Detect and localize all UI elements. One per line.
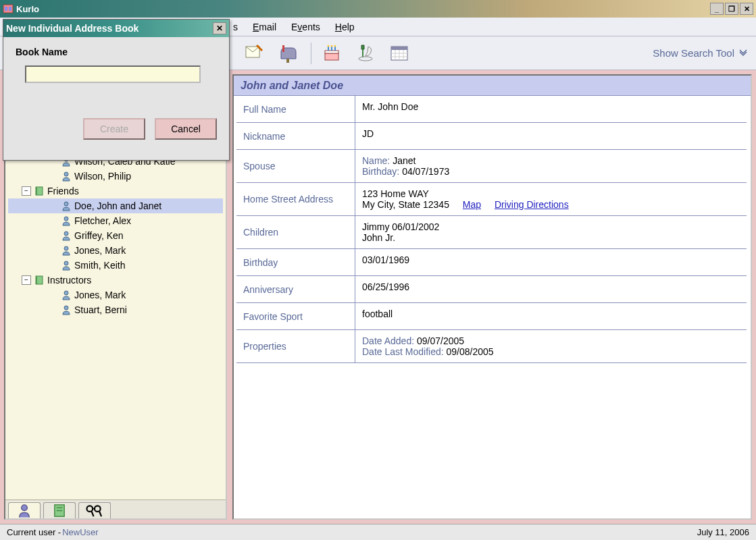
show-search-tool-button[interactable]: Show Search Tool [653, 47, 748, 59]
label-full-name: Full Name [236, 96, 355, 122]
tree-item-label: Instructors [47, 275, 91, 286]
person-icon [61, 230, 72, 241]
tree-contact-item[interactable]: Wilson, Philip [8, 169, 223, 184]
driving-directions-link[interactable]: Driving Directions [495, 199, 569, 210]
mailbox-icon[interactable] [277, 43, 299, 64]
tree-item-label: Smith, Keith [74, 260, 125, 271]
app-icon [3, 3, 14, 14]
menu-item-events[interactable]: Events [291, 22, 320, 32]
svg-point-31 [64, 172, 68, 176]
tree-contact-item[interactable]: Jones, Mark [8, 243, 223, 258]
svg-point-43 [22, 505, 28, 511]
menu-item-email[interactable]: Email [253, 22, 276, 32]
svg-point-38 [64, 261, 68, 265]
menu-item-help[interactable]: Help [335, 22, 355, 32]
person-icon [61, 245, 72, 256]
tab-contacts[interactable] [8, 502, 41, 518]
label-nickname: Nickname [236, 123, 355, 149]
map-link[interactable]: Map [463, 199, 481, 210]
svg-point-36 [64, 232, 68, 236]
svg-point-47 [87, 506, 93, 512]
tree-item-label: Griffey, Ken [74, 230, 124, 241]
dialog-titlebar: New Individual Address Book ✕ [3, 20, 229, 37]
label-properties: Properties [236, 330, 355, 362]
tree-item-label: Doe, John and Janet [74, 200, 161, 211]
label-favorite-sport: Favorite Sport [236, 303, 355, 329]
tab-books[interactable] [43, 502, 76, 518]
calendar-icon[interactable] [388, 43, 410, 64]
collapse-icon[interactable]: − [22, 275, 31, 285]
birthday-cake-icon[interactable] [321, 43, 343, 64]
tree-item-label: Stuart, Berni [74, 304, 127, 315]
tree-contact-item[interactable]: Smith, Keith [8, 258, 223, 273]
svg-point-48 [95, 506, 101, 512]
sidebar-tabs [5, 500, 226, 518]
cancel-button[interactable]: Cancel [155, 118, 217, 140]
tab-search[interactable] [78, 502, 111, 518]
status-user-name: NewUser [62, 527, 98, 537]
tree-book-item[interactable]: −Instructors [8, 273, 223, 288]
tree-item-label: Wilson, Philip [74, 171, 131, 182]
person-icon [61, 171, 72, 182]
window-title: Kurlo [16, 4, 709, 14]
search-tool-label: Show Search Tool [653, 47, 734, 59]
svg-rect-5 [286, 59, 289, 63]
value-full-name: Mr. John Doe [355, 96, 747, 122]
value-properties: Date Added: 09/07/2005 Date Last Modifie… [355, 330, 747, 362]
value-spouse: Name: Janet Birthday: 04/07/1973 [355, 150, 747, 182]
tree-book-item[interactable]: −Friends [8, 184, 223, 198]
label-children: Children [236, 216, 355, 248]
svg-rect-4 [282, 45, 284, 52]
menu-item-partial[interactable]: s [233, 22, 238, 32]
create-button[interactable]: Create [83, 118, 145, 140]
svg-rect-2 [9, 7, 11, 11]
minimize-button[interactable]: _ [710, 3, 724, 15]
toolbar-divider [311, 43, 311, 64]
svg-line-51 [99, 512, 101, 516]
label-address: Home Street Address [236, 183, 355, 215]
value-nickname: JD [355, 123, 747, 149]
svg-rect-7 [325, 51, 338, 53]
tree-item-label: Friends [47, 186, 79, 196]
anniversary-icon[interactable] [355, 43, 376, 64]
tree-contact-item[interactable]: Stuart, Berni [8, 302, 223, 317]
book-icon [34, 186, 45, 196]
svg-rect-33 [36, 187, 37, 195]
svg-rect-9 [331, 47, 332, 51]
detail-header: John and Janet Doe [234, 76, 751, 96]
maximize-button[interactable]: ❐ [725, 3, 738, 15]
tree-contact-item[interactable]: Jones, Mark [8, 288, 223, 302]
book-name-input[interactable] [25, 65, 201, 83]
svg-point-11 [328, 45, 330, 47]
svg-rect-6 [325, 53, 338, 60]
status-user-label: Current user - [7, 527, 61, 537]
svg-rect-40 [36, 276, 37, 284]
svg-rect-17 [391, 47, 407, 50]
new-address-book-dialog: New Individual Address Book ✕ Book Name … [3, 19, 230, 161]
tree-item-label: Jones, Mark [74, 245, 126, 256]
close-button[interactable]: ✕ [740, 3, 753, 15]
value-birthday: 03/01/1969 [355, 249, 747, 275]
person-icon [61, 304, 72, 315]
svg-point-15 [359, 57, 372, 61]
compose-icon[interactable] [243, 43, 265, 64]
svg-point-13 [334, 45, 336, 47]
tree-contact-item[interactable]: Doe, John and Janet [8, 198, 223, 213]
value-anniversary: 06/25/1996 [355, 276, 747, 302]
svg-point-35 [64, 217, 68, 221]
svg-point-12 [331, 45, 333, 47]
label-birthday: Birthday [236, 249, 355, 275]
value-children: Jimmy 06/01/2002 John Jr. [355, 216, 747, 248]
tree-item-label: Jones, Mark [74, 290, 126, 300]
tree-contact-item[interactable]: Griffey, Ken [8, 228, 223, 243]
book-icon [34, 275, 45, 286]
label-spouse: Spouse [236, 150, 355, 182]
svg-point-34 [64, 202, 68, 206]
person-icon [61, 260, 72, 271]
dialog-close-button[interactable]: ✕ [213, 22, 226, 34]
person-icon [61, 215, 72, 226]
tree-contact-item[interactable]: Fletcher, Alex [8, 213, 223, 228]
svg-point-41 [64, 291, 68, 295]
window-titlebar: Kurlo _ ❐ ✕ [0, 0, 756, 18]
collapse-icon[interactable]: − [22, 186, 31, 196]
